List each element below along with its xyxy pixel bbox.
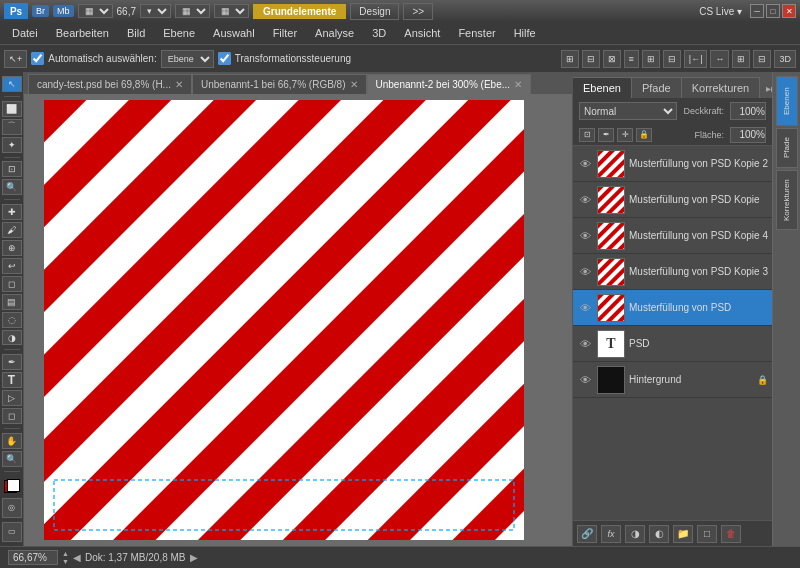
brush-tool[interactable]: 🖌 [2, 222, 22, 238]
shape-tool[interactable]: ◻ [2, 408, 22, 424]
align-btn-6[interactable]: ⊟ [663, 50, 681, 68]
layer-item-0[interactable]: 👁 Musterfüllung von PSD Kopie 2 [573, 146, 772, 182]
auto-select-target[interactable]: Ebene [161, 50, 214, 68]
menu-item-bild[interactable]: Bild [119, 25, 153, 41]
align-btn-3[interactable]: ⊠ [603, 50, 621, 68]
layer-item-6[interactable]: 👁 Hintergrund 🔒 [573, 362, 772, 398]
marquee-tool[interactable]: ⬜ [2, 101, 22, 117]
adjustment-btn[interactable]: ◐ [649, 525, 669, 543]
clone-tool[interactable]: ⊕ [2, 240, 22, 256]
move-tool[interactable]: ↖+ [4, 50, 27, 68]
tab-close-2[interactable]: ✕ [514, 79, 522, 90]
layers-list[interactable]: 👁 Musterfüllung von PSD Kopie 2 👁 Muster… [573, 146, 772, 520]
tab-2[interactable]: Unbenannt-2 bei 300% (Ebe...✕ [367, 74, 532, 94]
auto-select-checkbox[interactable] [31, 52, 44, 65]
panel-tab-korrekturen[interactable]: Korrekturen [682, 77, 760, 98]
minimize-button[interactable]: ─ [750, 4, 764, 18]
zoom-input[interactable]: 66,67% [8, 550, 58, 565]
fill-input[interactable] [730, 127, 766, 143]
grundelemente-button[interactable]: Grundelemente [253, 4, 346, 19]
align-btn-7[interactable]: |←| [684, 50, 708, 68]
color-swatches[interactable] [4, 480, 20, 492]
eyedropper-tool[interactable]: 🔍 [2, 179, 22, 195]
layer-visibility-5[interactable]: 👁 [577, 336, 593, 352]
delete-layer-btn[interactable]: 🗑 [721, 525, 741, 543]
lasso-tool[interactable]: ⌒ [2, 119, 22, 135]
layer-visibility-4[interactable]: 👁 [577, 300, 593, 316]
blend-mode-select[interactable]: Normal [579, 102, 677, 120]
nav-left[interactable]: ◀ [73, 552, 81, 563]
dodge-tool[interactable]: ◑ [2, 330, 22, 346]
menu-item-auswahl[interactable]: Auswahl [205, 25, 263, 41]
menu-item-bearbeiten[interactable]: Bearbeiten [48, 25, 117, 41]
zoom-down-arrow[interactable]: ▼ [62, 558, 69, 566]
layer-visibility-1[interactable]: 👁 [577, 192, 593, 208]
history-tool[interactable]: ↩ [2, 258, 22, 274]
layer-item-1[interactable]: 👁 Musterfüllung von PSD Kopie [573, 182, 772, 218]
align-btn-8[interactable]: ↔ [710, 50, 729, 68]
fx-btn[interactable]: fx [601, 525, 621, 543]
nav-right[interactable]: ▶ [190, 552, 198, 563]
canvas-content[interactable] [24, 94, 572, 546]
workspace-select2[interactable]: ▦ [214, 4, 249, 18]
layer-item-5[interactable]: 👁 T PSD [573, 326, 772, 362]
design-button[interactable]: Design [350, 3, 399, 20]
arrange-select[interactable]: ▦ [175, 4, 210, 18]
menu-item-ansicht[interactable]: Ansicht [396, 25, 448, 41]
heal-tool[interactable]: ✚ [2, 204, 22, 220]
rs-layers-btn[interactable]: Ebenen [776, 76, 798, 126]
zoom-up-arrow[interactable]: ▲ [62, 550, 69, 558]
mini-bridge-badge[interactable]: Mb [53, 5, 74, 17]
align-btn-9[interactable]: ⊞ [732, 50, 750, 68]
view-select[interactable]: ▦ [78, 4, 113, 18]
layer-visibility-2[interactable]: 👁 [577, 228, 593, 244]
menu-item-ebene[interactable]: Ebene [155, 25, 203, 41]
menu-item-analyse[interactable]: Analyse [307, 25, 362, 41]
layer-visibility-3[interactable]: 👁 [577, 264, 593, 280]
menu-item-fenster[interactable]: Fenster [450, 25, 503, 41]
new-layer-btn[interactable]: □ [697, 525, 717, 543]
rs-corrections-btn[interactable]: Korrekturen [776, 170, 798, 230]
menu-item-3d[interactable]: 3D [364, 25, 394, 41]
opacity-input[interactable] [730, 102, 766, 120]
layer-visibility-0[interactable]: 👁 [577, 156, 593, 172]
lock-paint-btn[interactable]: ✒ [598, 128, 614, 142]
align-btn-2[interactable]: ⊟ [582, 50, 600, 68]
zoom-tool[interactable]: 🔍 [2, 451, 22, 467]
close-button[interactable]: ✕ [782, 4, 796, 18]
zoom-select[interactable]: ▾ [140, 4, 171, 18]
align-btn-4[interactable]: ≡ [624, 50, 639, 68]
bridge-badge[interactable]: Br [32, 5, 49, 17]
rs-paths-btn[interactable]: Pfade [776, 128, 798, 168]
tab-1[interactable]: Unbenannt-1 bei 66,7% (RGB/8)✕ [192, 74, 367, 94]
menu-item-filter[interactable]: Filter [265, 25, 305, 41]
link-layers-btn[interactable]: 🔗 [577, 525, 597, 543]
lock-move-btn[interactable]: ✛ [617, 128, 633, 142]
layer-item-3[interactable]: 👁 Musterfüllung von PSD Kopie 3 [573, 254, 772, 290]
tab-close-0[interactable]: ✕ [175, 79, 183, 90]
menu-item-datei[interactable]: Datei [4, 25, 46, 41]
move-tool-btn[interactable]: ↖ [2, 76, 22, 92]
layer-visibility-6[interactable]: 👁 [577, 372, 593, 388]
align-btn-1[interactable]: ⊞ [561, 50, 579, 68]
blur-tool[interactable]: ◌ [2, 312, 22, 328]
tab-0[interactable]: candy-test.psd bei 69,8% (H...✕ [28, 74, 192, 94]
3d-tool[interactable]: 3D [774, 50, 796, 68]
transform-checkbox[interactable] [218, 52, 231, 65]
maximize-button[interactable]: □ [766, 4, 780, 18]
lock-all-btn[interactable]: 🔒 [636, 128, 652, 142]
menu-item-hilfe[interactable]: Hilfe [506, 25, 544, 41]
magic-wand-tool[interactable]: ✦ [2, 137, 22, 153]
extend-button[interactable]: >> [403, 3, 433, 20]
panel-tab-pfade[interactable]: Pfade [632, 77, 682, 98]
cs-live[interactable]: CS Live ▾ [699, 6, 742, 17]
path-tool[interactable]: ▷ [2, 390, 22, 406]
group-btn[interactable]: 📁 [673, 525, 693, 543]
pen-tool[interactable]: ✒ [2, 354, 22, 370]
layer-item-4[interactable]: 👁 Musterfüllung von PSD [573, 290, 772, 326]
type-tool[interactable]: T [2, 372, 22, 388]
align-btn-5[interactable]: ⊞ [642, 50, 660, 68]
eraser-tool[interactable]: ◻ [2, 276, 22, 292]
quick-mask-btn[interactable]: ◎ [2, 498, 22, 518]
background-color[interactable] [7, 479, 20, 492]
